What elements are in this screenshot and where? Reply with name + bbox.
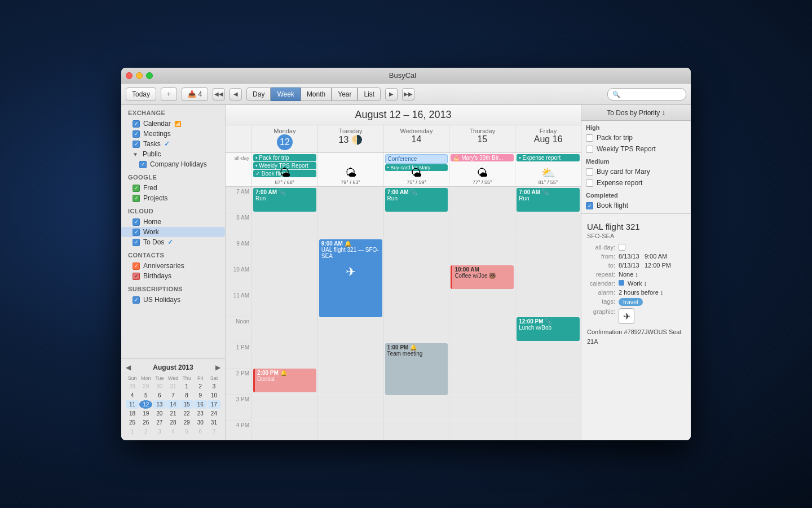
mini-day[interactable]: 1	[126, 427, 139, 436]
alarm-value[interactable]: 2 hours before ↕	[619, 289, 664, 296]
todo-expense[interactable]: Expense report	[581, 177, 691, 189]
event-run-fri[interactable]: 7:00 AM 📎 Run	[517, 188, 580, 212]
close-button[interactable]	[126, 72, 133, 79]
todo-checkbox-card[interactable]	[586, 168, 593, 176]
todo-weekly-tps[interactable]: Weekly TPS Report	[581, 143, 691, 155]
nav-right-outer[interactable]: ▶▶	[402, 88, 414, 100]
mini-day[interactable]: 5	[139, 391, 152, 400]
view-week[interactable]: Week	[271, 87, 300, 101]
day-column-mon[interactable]: 7:00 AM 📎 Run 2:00 PM 🔔 Dentist	[251, 187, 317, 440]
mini-day[interactable]: 22	[180, 409, 193, 418]
view-year[interactable]: Year	[332, 87, 358, 101]
allday-event-pack-trip[interactable]: • Pack for trip	[253, 154, 316, 161]
todos-checkbox[interactable]: ✓	[133, 239, 140, 246]
mini-day[interactable]: 29	[139, 382, 152, 391]
calendar-checkbox[interactable]: ✓	[133, 120, 140, 128]
nav-left[interactable]: ◀	[230, 88, 242, 100]
day-column-wed[interactable]: 7:00 AM 📎 Run 1:00 PM 🔔 Team meeting	[383, 187, 449, 440]
sidebar-item-projects[interactable]: ✓ Projects	[121, 193, 225, 203]
mini-day[interactable]: 14	[166, 400, 179, 409]
sidebar-item-meetings[interactable]: ✓ Meetings	[121, 129, 225, 139]
mini-day[interactable]: 16	[194, 400, 207, 409]
mini-day[interactable]: 2	[194, 382, 207, 391]
day-column-tue[interactable]: 9:00 AM 🔔 UAL flight 321 — SFO-SEA ✈	[317, 187, 383, 440]
allday-event-conference[interactable]: Conference	[385, 154, 448, 164]
sidebar-item-work[interactable]: ✓ Work	[121, 227, 225, 237]
today-button[interactable]: Today	[126, 87, 156, 101]
work-checkbox[interactable]: ✓	[133, 229, 140, 236]
todo-buy-card[interactable]: Buy card for Mary	[581, 166, 691, 177]
sidebar-item-us-holidays[interactable]: ✓ US Holidays	[121, 295, 225, 305]
day-column-fri[interactable]: 7:00 AM 📎 Run 12:00 PM 📎 Lunch w/Bob	[515, 187, 581, 440]
mini-day[interactable]: 4	[126, 391, 139, 400]
mini-day[interactable]: 17	[208, 400, 220, 409]
mini-day[interactable]: 27	[153, 418, 166, 427]
add-button[interactable]: +	[161, 87, 177, 101]
view-month[interactable]: Month	[301, 87, 332, 101]
mini-day[interactable]: 31	[166, 382, 179, 391]
mini-day[interactable]: 11	[126, 400, 139, 409]
mini-day[interactable]: 13	[153, 400, 166, 409]
nav-left-outer[interactable]: ◀◀	[213, 88, 225, 100]
todo-pack-trip[interactable]: Pack for trip	[581, 132, 691, 143]
maximize-button[interactable]	[146, 72, 153, 79]
mini-day[interactable]: 25	[126, 418, 139, 427]
mini-day[interactable]: 10	[208, 391, 220, 400]
mini-day[interactable]: 30	[153, 382, 166, 391]
mini-day[interactable]: 21	[166, 409, 179, 418]
tag-badge[interactable]: travel	[619, 298, 643, 306]
mini-day[interactable]: 28	[166, 418, 179, 427]
event-lunch-bob[interactable]: 12:00 PM 📎 Lunch w/Bob	[517, 317, 580, 341]
mini-day[interactable]: 20	[153, 409, 166, 418]
mini-day[interactable]: 31	[208, 418, 220, 427]
tasks-checkbox[interactable]: ✓	[133, 141, 140, 148]
mini-day[interactable]: 28	[126, 382, 139, 391]
mini-day[interactable]: 8	[180, 391, 193, 400]
mini-day[interactable]: 7	[208, 427, 220, 436]
graphic-icon[interactable]: ✈	[619, 308, 634, 324]
sidebar-item-company-holidays[interactable]: ✓ Company Holidays	[121, 159, 225, 169]
mini-day[interactable]: 29	[180, 418, 193, 427]
sidebar-item-tasks[interactable]: ✓ Tasks ✓	[121, 139, 225, 149]
nav-right[interactable]: ▶	[385, 88, 398, 100]
sidebar-item-public[interactable]: ▼ Public	[121, 149, 225, 159]
mini-day[interactable]: 4	[166, 427, 179, 436]
mini-day-today[interactable]: 12	[139, 400, 152, 409]
allday-checkbox[interactable]	[619, 244, 625, 251]
import-button[interactable]: 📥 4	[182, 87, 208, 101]
mini-day[interactable]: 5	[180, 427, 193, 436]
anniversaries-checkbox[interactable]: ✓	[133, 262, 140, 270]
home-checkbox[interactable]: ✓	[133, 218, 140, 226]
birthdays-checkbox[interactable]: ✓	[133, 273, 140, 280]
meetings-checkbox[interactable]: ✓	[133, 130, 140, 138]
mini-day[interactable]: 6	[194, 427, 207, 436]
event-dentist-mon[interactable]: 2:00 PM 🔔 Dentist	[253, 369, 316, 392]
mini-day[interactable]: 6	[153, 391, 166, 400]
mini-day[interactable]: 24	[208, 409, 220, 418]
sidebar-item-fred[interactable]: ✓ Fred	[121, 183, 225, 193]
allday-event-birthday[interactable]: 🎂 Mary's 39th Bir...	[451, 154, 514, 161]
mini-day[interactable]: 26	[139, 418, 152, 427]
minimize-button[interactable]	[136, 72, 143, 79]
todo-checkbox-tps[interactable]	[586, 146, 593, 153]
us-holidays-checkbox[interactable]: ✓	[133, 296, 140, 304]
day-column-thu[interactable]: 10:00 AM Coffee w/Joe 🐻	[449, 187, 515, 440]
mini-day[interactable]: 7	[166, 391, 179, 400]
view-day[interactable]: Day	[246, 87, 271, 101]
mini-day[interactable]: 9	[194, 391, 207, 400]
sidebar-item-home[interactable]: ✓ Home	[121, 217, 225, 227]
mini-day[interactable]: 18	[126, 409, 139, 418]
todo-checkbox-expense[interactable]	[586, 179, 593, 187]
event-coffee-joe[interactable]: 10:00 AM Coffee w/Joe 🐻	[451, 265, 514, 289]
sidebar-item-calendar[interactable]: ✓ Calendar 📶	[121, 119, 225, 129]
todo-checkbox-pack[interactable]	[586, 134, 593, 142]
mini-day[interactable]: 23	[194, 409, 207, 418]
view-list[interactable]: List	[358, 87, 381, 101]
event-run-mon[interactable]: 7:00 AM 📎 Run	[253, 188, 316, 212]
search-input[interactable]	[607, 88, 686, 100]
sidebar-item-todos[interactable]: ✓ To Dos ✓	[121, 237, 225, 247]
fred-checkbox[interactable]: ✓	[133, 185, 140, 192]
company-holidays-checkbox[interactable]: ✓	[139, 161, 147, 168]
mini-day[interactable]: 15	[180, 400, 193, 409]
repeat-value[interactable]: None ↕	[619, 271, 638, 278]
